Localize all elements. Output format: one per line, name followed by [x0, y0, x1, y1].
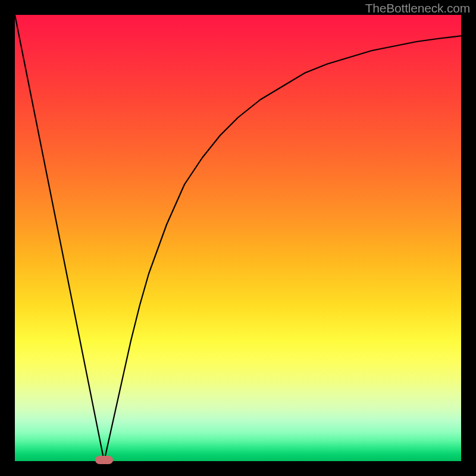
bottleneck-curve: [15, 15, 461, 461]
curve-path: [15, 15, 461, 461]
watermark-text: TheBottleneck.com: [365, 1, 470, 15]
optimal-marker: [95, 456, 113, 464]
plot-area: [15, 15, 461, 461]
chart-frame: TheBottleneck.com: [0, 0, 476, 476]
